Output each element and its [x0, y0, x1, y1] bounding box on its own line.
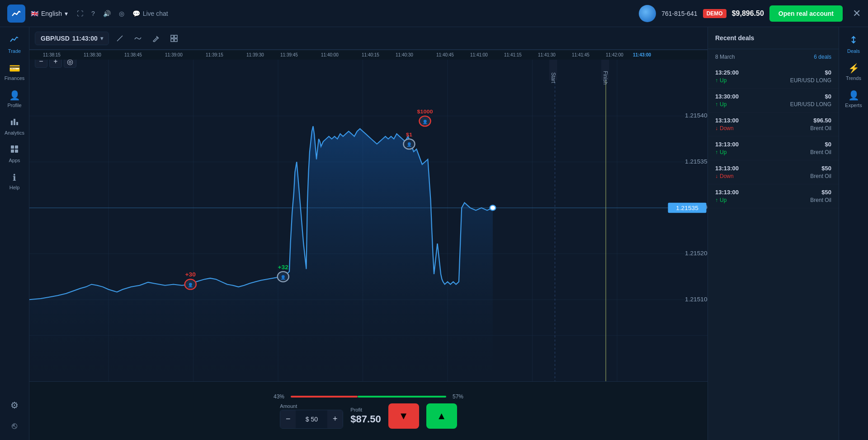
trade-up-button[interactable]: ▲: [426, 403, 457, 429]
amount-minus-button[interactable]: −: [280, 410, 296, 428]
deals-icon: [849, 35, 858, 47]
direction-label: Up: [720, 197, 726, 203]
help-icon: ?: [91, 10, 95, 17]
sidebar-item-label-help: Help: [9, 185, 20, 190]
time-tick: 11:38:15: [43, 52, 61, 57]
profit-box: Profit $87.50: [350, 407, 381, 425]
direction-label: Up: [720, 77, 726, 84]
logo[interactable]: [7, 5, 25, 23]
sidebar-item-label-finances: Finances: [5, 75, 25, 81]
direction-arrow-icon: ↓: [715, 173, 718, 179]
deal-right: $0 EUR/USD LONG: [790, 69, 831, 84]
time-axis: 11:38:15 11:38:30 11:38:45 11:39:00 11:3…: [29, 50, 708, 60]
up-arrow-icon: ▲: [437, 410, 447, 422]
deal-direction: ↑ Up: [715, 149, 739, 155]
pair-time: 11:43:00: [72, 35, 98, 42]
livechat-button[interactable]: 💬 Live chat: [132, 10, 168, 17]
close-button[interactable]: ✕: [853, 8, 861, 19]
deal-right: $0 Brent Oil: [810, 141, 831, 155]
svg-rect-11: [175, 35, 177, 38]
deal-left: 13:30:00 ↑ Up: [715, 93, 739, 108]
amount-label: Amount: [280, 403, 343, 409]
rightpanel-experts-label: Experts: [845, 103, 862, 108]
svg-text:$1: $1: [406, 132, 412, 138]
profit-value: $87.50: [350, 413, 381, 425]
amount-input-row: − +: [280, 410, 343, 429]
time-tick: 11:41:30: [538, 52, 556, 57]
language-selector[interactable]: 🇬🇧 English ▾: [31, 10, 68, 17]
chevron-down-icon: ▾: [65, 10, 68, 17]
deal-direction: ↓ Down: [715, 173, 739, 179]
sidebar-item-trade[interactable]: Trade: [0, 31, 29, 58]
target-button[interactable]: ◎: [119, 10, 124, 17]
left-sidebar: Trade 💳 Finances 👤 Profile Analytics App…: [0, 27, 29, 440]
direction-arrow-icon: ↑: [715, 197, 718, 203]
amount-plus-button[interactable]: +: [327, 410, 343, 428]
deal-left: 13:13:00 ↑ Up: [715, 189, 739, 203]
time-tick: 11:41:45: [572, 52, 590, 57]
direction-label: Down: [720, 125, 734, 131]
trade-icon: [10, 35, 19, 47]
deal-right: $96.50 Brent Oil: [810, 117, 831, 131]
pen-tool-button[interactable]: [149, 31, 163, 46]
line-tool-button[interactable]: [113, 31, 127, 46]
sound-icon: 🔊: [103, 10, 111, 17]
deal-right: $50 Brent Oil: [810, 165, 831, 179]
demo-badge: DEMO: [703, 9, 726, 18]
svg-text:1.21535: 1.21535: [676, 205, 698, 211]
sidebar-item-analytics[interactable]: Analytics: [0, 112, 29, 140]
sidebar-item-label-profile: Profile: [7, 103, 21, 108]
progress-row: 43% 57%: [274, 393, 463, 400]
livechat-icon: 💬: [132, 10, 140, 17]
rightpanel-experts[interactable]: 👤 Experts: [839, 85, 868, 112]
deal-right: $0 EUR/USD LONG: [790, 93, 831, 108]
svg-point-43: [490, 205, 496, 210]
deal-time: 13:13:00: [715, 165, 739, 172]
time-tick: 11:39:15: [206, 52, 223, 57]
rightpanel-trends[interactable]: ⚡ Trends: [839, 58, 868, 85]
controls-row: Amount − + Profit $87.50 ▼ ▲: [280, 403, 457, 429]
progress-right-pct: 57%: [450, 393, 463, 400]
logout-button[interactable]: ⎋: [8, 417, 21, 435]
svg-text:+32: +32: [278, 264, 288, 270]
sidebar-item-profile[interactable]: 👤 Profile: [0, 85, 29, 112]
time-tick: 11:38:30: [84, 52, 101, 57]
svg-text:👤: 👤: [406, 142, 412, 147]
sidebar-item-finances[interactable]: 💳 Finances: [0, 58, 29, 85]
deal-asset: Brent Oil: [810, 173, 831, 179]
time-tick: 11:40:45: [436, 52, 454, 57]
sound-button[interactable]: 🔊: [103, 10, 111, 17]
deal-time: 13:30:00: [715, 93, 739, 100]
fullscreen-button[interactable]: ⛶: [77, 10, 83, 17]
direction-label: Down: [720, 173, 734, 179]
deal-amount: $96.50: [810, 117, 831, 124]
topnav: 🇬🇧 English ▾ ⛶ ? 🔊 ◎ 💬 Live chat 761-815…: [0, 0, 868, 27]
trade-down-button[interactable]: ▼: [388, 403, 419, 429]
topnav-tools: ⛶ ? 🔊 ◎ 💬 Live chat: [77, 10, 639, 17]
pair-label: GBP/USD: [41, 35, 70, 42]
deal-amount: $0: [790, 93, 831, 100]
deal-amount: $0: [790, 69, 831, 76]
deal-direction: ↑ Up: [715, 77, 739, 84]
direction-arrow-icon: ↑: [715, 101, 718, 108]
wave-tool-button[interactable]: [131, 31, 145, 46]
amount-input[interactable]: [296, 410, 327, 428]
rightpanel-trends-label: Trends: [846, 75, 861, 81]
rightpanel-deals[interactable]: Deals: [839, 31, 868, 58]
settings-button[interactable]: ⚙: [7, 396, 22, 414]
time-tick: 11:41:15: [504, 52, 522, 57]
chart-svg: 👤 +30 👤 +32 👤 $1 👤 $1000 1.21540 1.21535…: [29, 50, 708, 381]
help-button[interactable]: ?: [91, 10, 95, 17]
deals-date: 8 March: [715, 54, 735, 60]
deal-item: 13:30:00 ↑ Up $0 EUR/USD LONG: [708, 89, 839, 112]
sidebar-bottom: ⚙ ⎋: [7, 396, 22, 440]
deal-amount: $50: [810, 165, 831, 172]
language-label: English: [41, 10, 62, 17]
pair-selector[interactable]: GBP/USD 11:43:00 ▾: [35, 32, 109, 45]
open-real-account-button[interactable]: Open real account: [769, 5, 843, 22]
sidebar-item-help[interactable]: ℹ Help: [0, 168, 29, 195]
grid-tool-button[interactable]: [167, 31, 181, 46]
sidebar-item-apps[interactable]: Apps: [0, 140, 29, 168]
time-tick: 11:39:00: [165, 52, 183, 57]
pair-chevron-icon: ▾: [100, 35, 103, 42]
